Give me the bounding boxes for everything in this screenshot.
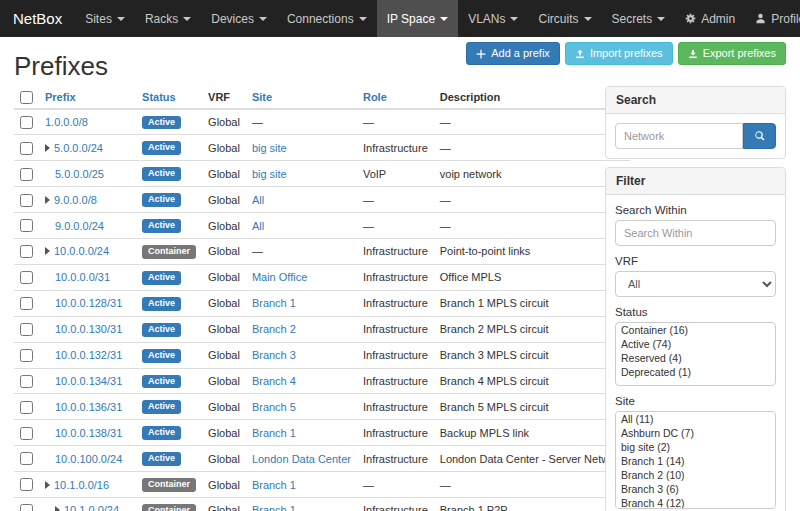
add-prefix-button[interactable]: Add a prefix bbox=[466, 42, 560, 65]
site-link[interactable]: All bbox=[252, 194, 264, 206]
row-checkbox[interactable] bbox=[20, 452, 33, 465]
nav-item-sites[interactable]: Sites bbox=[75, 0, 135, 37]
brand-link[interactable]: NetBox bbox=[0, 0, 75, 37]
site-link[interactable]: Main Office bbox=[252, 271, 307, 283]
nav-item-connections[interactable]: Connections bbox=[277, 0, 377, 37]
nav-item-vlans[interactable]: VLANs bbox=[458, 0, 528, 37]
navbar: NetBox SitesRacksDevicesConnectionsIP Sp… bbox=[0, 0, 800, 37]
row-checkbox[interactable] bbox=[20, 219, 33, 232]
status-cell: Active bbox=[136, 264, 202, 290]
prefix-link[interactable]: 5.0.0.0/25 bbox=[55, 168, 104, 180]
nav-item-devices[interactable]: Devices bbox=[201, 0, 277, 37]
filter-option[interactable]: Branch 1 (14) bbox=[616, 454, 775, 468]
search-input[interactable] bbox=[615, 123, 743, 149]
row-checkbox[interactable] bbox=[20, 427, 33, 440]
site-link[interactable]: All bbox=[252, 220, 264, 232]
status-filter-listbox[interactable]: Container (16)Active (74)Reserved (4)Dep… bbox=[615, 322, 776, 386]
prefix-link[interactable]: 10.0.0.130/31 bbox=[55, 323, 122, 335]
admin-link[interactable]: Admin bbox=[675, 0, 745, 37]
site-link[interactable]: London Data Center bbox=[252, 453, 351, 465]
vrf-cell: Global bbox=[202, 264, 246, 290]
row-checkbox[interactable] bbox=[20, 271, 33, 284]
search-button[interactable] bbox=[743, 123, 776, 149]
column-sort-link-status[interactable]: Status bbox=[142, 91, 176, 103]
site-link[interactable]: Branch 1 bbox=[252, 297, 296, 309]
site-link[interactable]: Branch 1 bbox=[252, 504, 296, 511]
vrf-select[interactable]: All bbox=[615, 271, 776, 297]
site-link[interactable]: big site bbox=[252, 168, 287, 180]
prefix-link[interactable]: 5.0.0.0/24 bbox=[54, 142, 103, 154]
role-cell: Infrastructure bbox=[357, 239, 434, 265]
nav-item-circuits[interactable]: Circuits bbox=[528, 0, 601, 37]
site-link[interactable]: Branch 2 bbox=[252, 323, 296, 335]
sidebar: Search Filter Search Within bbox=[605, 86, 786, 511]
import-prefixes-button[interactable]: Import prefixes bbox=[565, 42, 673, 65]
row-checkbox[interactable] bbox=[20, 168, 33, 181]
vrf-cell: Global bbox=[202, 368, 246, 394]
row-checkbox[interactable] bbox=[20, 401, 33, 414]
prefix-link[interactable]: 9.0.0.0/8 bbox=[54, 194, 97, 206]
prefix-link[interactable]: 10.0.0.128/31 bbox=[55, 297, 122, 309]
prefix-link[interactable]: 10.0.0.134/31 bbox=[55, 375, 122, 387]
site-link[interactable]: Branch 1 bbox=[252, 427, 296, 439]
prefix-link[interactable]: 10.0.0.132/31 bbox=[55, 349, 122, 361]
chevron-down-icon bbox=[657, 17, 665, 21]
description-cell: — bbox=[434, 109, 631, 135]
select-all-checkbox[interactable] bbox=[20, 91, 33, 104]
prefix-link[interactable]: 10.0.0.138/31 bbox=[55, 427, 122, 439]
site-link[interactable]: Branch 3 bbox=[252, 349, 296, 361]
prefix-link[interactable]: 10.1.0.0/24 bbox=[64, 504, 119, 511]
column-sort-link-site[interactable]: Site bbox=[252, 91, 272, 103]
filter-option[interactable]: Reserved (4) bbox=[616, 351, 775, 365]
filter-option[interactable]: Branch 3 (6) bbox=[616, 482, 775, 496]
filter-option[interactable]: Branch 2 (10) bbox=[616, 468, 775, 482]
table-row: 10.0.100.0/24ActiveGlobalLondon Data Cen… bbox=[14, 446, 630, 472]
row-checkbox[interactable] bbox=[20, 478, 33, 491]
filter-option[interactable]: All (11) bbox=[616, 412, 775, 426]
row-checkbox[interactable] bbox=[20, 349, 33, 362]
filter-option[interactable]: Active (74) bbox=[616, 337, 775, 351]
description-cell: Branch 2 MPLS circuit bbox=[434, 316, 631, 342]
column-sort-link-prefix[interactable]: Prefix bbox=[45, 91, 76, 103]
status-badge: Active bbox=[142, 271, 181, 285]
nav-item-secrets[interactable]: Secrets bbox=[602, 0, 676, 37]
prefix-link[interactable]: 10.0.100.0/24 bbox=[55, 453, 122, 465]
column-sort-link-role[interactable]: Role bbox=[363, 91, 387, 103]
has-children-icon bbox=[45, 144, 50, 152]
filter-option[interactable]: Deprecated (1) bbox=[616, 365, 775, 379]
prefix-link[interactable]: 10.0.0.0/24 bbox=[54, 245, 109, 257]
row-checkbox[interactable] bbox=[20, 245, 33, 258]
filter-option[interactable]: Container (16) bbox=[616, 323, 775, 337]
status-cell: Active bbox=[136, 135, 202, 161]
nav-item-ip-space[interactable]: IP Space bbox=[377, 0, 458, 37]
row-checkbox[interactable] bbox=[20, 142, 33, 155]
prefix-link[interactable]: 10.0.0.136/31 bbox=[55, 401, 122, 413]
row-checkbox[interactable] bbox=[20, 323, 33, 336]
site-filter-listbox[interactable]: All (11)Ashburn DC (7)big site (2)Branch… bbox=[615, 411, 776, 509]
site-link[interactable]: Branch 1 bbox=[252, 479, 296, 491]
prefix-link[interactable]: 10.1.0.0/16 bbox=[54, 479, 109, 491]
site-link[interactable]: Branch 4 bbox=[252, 375, 296, 387]
prefix-link[interactable]: 10.0.0.0/31 bbox=[55, 271, 110, 283]
prefix-link[interactable]: 1.0.0.0/8 bbox=[45, 116, 88, 128]
filter-option[interactable]: Branch 4 (12) bbox=[616, 496, 775, 509]
site-link[interactable]: big site bbox=[252, 142, 287, 154]
site-cell: Branch 1 bbox=[246, 472, 357, 498]
row-checkbox[interactable] bbox=[20, 504, 33, 511]
row-checkbox[interactable] bbox=[20, 297, 33, 310]
vrf-cell: Global bbox=[202, 213, 246, 239]
row-checkbox[interactable] bbox=[20, 116, 33, 129]
search-within-input[interactable] bbox=[615, 220, 776, 246]
table-row: 10.0.0.138/31ActiveGlobalBranch 1Infrast… bbox=[14, 420, 630, 446]
row-checkbox[interactable] bbox=[20, 375, 33, 388]
prefix-link[interactable]: 9.0.0.0/24 bbox=[55, 220, 104, 232]
description-cell: Branch 4 MPLS circuit bbox=[434, 368, 631, 394]
filter-option[interactable]: big site (2) bbox=[616, 440, 775, 454]
profile-link[interactable]: Profile bbox=[745, 0, 800, 37]
site-link[interactable]: Branch 5 bbox=[252, 401, 296, 413]
filter-option[interactable]: Ashburn DC (7) bbox=[616, 426, 775, 440]
row-checkbox[interactable] bbox=[20, 194, 33, 207]
site-filter-label: Site bbox=[615, 395, 776, 407]
export-prefixes-button[interactable]: Export prefixes bbox=[678, 42, 786, 65]
nav-item-racks[interactable]: Racks bbox=[135, 0, 201, 37]
